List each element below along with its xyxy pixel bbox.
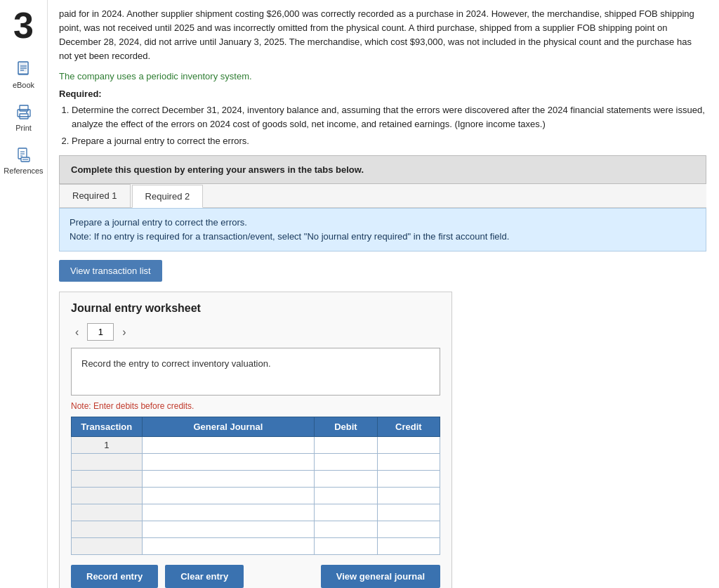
credit-input[interactable] — [381, 523, 437, 535]
view-transaction-button[interactable]: View transaction list — [59, 260, 162, 282]
journal-title: Journal entry worksheet — [71, 302, 440, 315]
table-cell-general-journal — [142, 504, 315, 521]
svg-rect-5 — [18, 73, 28, 74]
table-cell-debit — [315, 538, 377, 555]
clear-entry-button[interactable]: Clear entry — [165, 565, 244, 588]
debit-input[interactable] — [317, 456, 374, 468]
tabs-container: Required 1 Required 2 — [59, 184, 706, 208]
table-row: 1 — [72, 437, 440, 454]
view-general-journal-button[interactable]: View general journal — [321, 565, 440, 588]
table-row — [72, 488, 440, 504]
general-journal-input[interactable] — [145, 507, 312, 518]
table-cell-debit — [315, 471, 377, 488]
table-cell-debit — [315, 504, 377, 521]
debit-input[interactable] — [317, 507, 374, 518]
table-cell-credit — [377, 504, 440, 521]
svg-point-9 — [26, 112, 27, 113]
instruction-line1: Prepare a journal entry to correct the e… — [70, 217, 247, 228]
table-cell-credit — [377, 538, 440, 555]
table-row — [72, 538, 440, 555]
sidebar-item-ebook[interactable]: eBook — [0, 56, 47, 93]
required-list: Determine the correct December 31, 2024,… — [72, 103, 706, 148]
table-cell-transaction: 1 — [72, 437, 143, 454]
table-cell-general-journal — [142, 488, 315, 504]
table-cell-general-journal — [142, 538, 315, 555]
record-entry-button[interactable]: Record entry — [71, 565, 158, 588]
entry-description: Record the entry to correct inventory va… — [71, 348, 440, 396]
tab-required-2[interactable]: Required 2 — [132, 185, 204, 208]
table-row — [72, 454, 440, 471]
sidebar-item-print[interactable]: Print — [0, 99, 47, 136]
credit-input[interactable] — [381, 507, 437, 518]
general-journal-input[interactable] — [145, 456, 312, 468]
complete-box-text: Complete this question by entering your … — [71, 164, 364, 175]
required-section: Required: Determine the correct December… — [59, 89, 706, 148]
bottom-buttons: Record entry Clear entry View general jo… — [71, 565, 440, 588]
table-row — [72, 521, 440, 538]
journal-table: Transaction General Journal Debit Credit… — [71, 417, 440, 555]
ebook-label: eBook — [13, 81, 34, 89]
instruction-line2: Note: If no entry is required for a tran… — [70, 231, 509, 242]
ebook-icon — [15, 60, 33, 79]
table-cell-credit — [377, 521, 440, 538]
svg-rect-6 — [20, 105, 28, 111]
debit-input[interactable] — [317, 540, 374, 552]
references-label: References — [4, 166, 43, 175]
credit-input[interactable] — [381, 439, 437, 451]
table-cell-transaction — [72, 471, 143, 488]
credit-input[interactable] — [381, 540, 437, 552]
table-cell-credit — [377, 437, 440, 454]
general-journal-input[interactable] — [145, 439, 312, 451]
tab-required-1[interactable]: Required 1 — [59, 184, 131, 207]
credit-input[interactable] — [381, 456, 437, 468]
company-note: The company uses a periodic inventory sy… — [59, 71, 706, 81]
sidebar-item-references[interactable]: References — [0, 142, 47, 179]
col-header-transaction: Transaction — [72, 417, 143, 437]
sidebar: 3 eBook Print — [0, 0, 48, 588]
table-cell-general-journal — [142, 471, 315, 488]
table-row — [72, 504, 440, 521]
general-journal-input[interactable] — [145, 523, 312, 535]
references-icon — [15, 146, 33, 164]
journal-card: Journal entry worksheet ‹ › Record the e… — [59, 292, 452, 588]
debit-input[interactable] — [317, 473, 374, 485]
general-journal-input[interactable] — [145, 490, 312, 502]
general-journal-input[interactable] — [145, 540, 312, 552]
print-label: Print — [15, 124, 32, 132]
table-cell-credit — [377, 488, 440, 504]
table-cell-general-journal — [142, 521, 315, 538]
table-cell-credit — [377, 454, 440, 471]
credit-input[interactable] — [381, 490, 437, 502]
debit-input[interactable] — [317, 523, 374, 535]
complete-box: Complete this question by entering your … — [59, 155, 706, 184]
table-cell-debit — [315, 437, 377, 454]
table-cell-debit — [315, 521, 377, 538]
instruction-box: Prepare a journal entry to correct the e… — [59, 208, 706, 251]
table-cell-general-journal — [142, 437, 315, 454]
col-header-debit: Debit — [315, 417, 377, 437]
required-title: Required: — [59, 89, 706, 99]
required-item-2: Prepare a journal entry to correct the e… — [72, 134, 706, 148]
main-content: paid for in 2024. Another supplier shipm… — [48, 0, 719, 588]
credit-input[interactable] — [381, 473, 437, 485]
nav-prev-button[interactable]: ‹ — [71, 325, 83, 340]
table-cell-transaction — [72, 488, 143, 504]
table-cell-transaction — [72, 521, 143, 538]
table-cell-debit — [315, 488, 377, 504]
nav-page-input[interactable] — [87, 323, 114, 341]
problem-number: 3 — [13, 7, 34, 44]
intro-paragraph: paid for in 2024. Another supplier shipm… — [59, 7, 706, 64]
debit-input[interactable] — [317, 490, 374, 502]
col-header-general-journal: General Journal — [142, 417, 315, 437]
print-icon — [15, 103, 33, 122]
nav-next-button[interactable]: › — [118, 325, 130, 340]
table-cell-transaction — [72, 504, 143, 521]
general-journal-input[interactable] — [145, 473, 312, 485]
table-cell-transaction — [72, 454, 143, 471]
debit-input[interactable] — [317, 439, 374, 451]
table-cell-transaction — [72, 538, 143, 555]
col-header-credit: Credit — [377, 417, 440, 437]
table-cell-general-journal — [142, 454, 315, 471]
note-debits: Note: Enter debits before credits. — [71, 401, 440, 411]
table-cell-debit — [315, 454, 377, 471]
